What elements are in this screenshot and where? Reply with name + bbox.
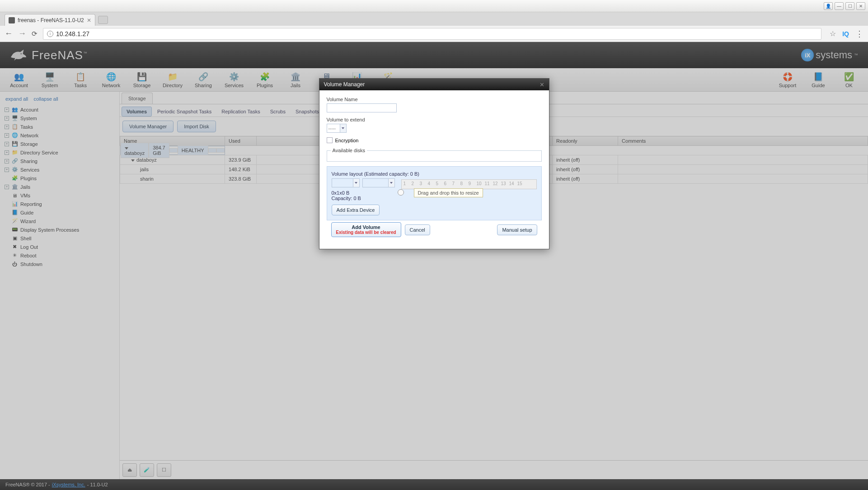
available-disks-fieldset: Available disks [327,148,542,162]
footer-link[interactable]: iXsystems, Inc. [52,482,85,487]
volume-extend-select[interactable]: ----- [327,124,347,133]
toolbar-account[interactable]: 👥Account [4,69,34,91]
expand-icon[interactable]: + [5,142,9,146]
subtab-replication-tasks[interactable]: Replication Tasks [217,107,264,116]
layout-type-select[interactable] [332,178,360,187]
sidebar-item-plugins[interactable]: 🧩Plugins [5,174,115,182]
table-row[interactable]: databoyz384.7 GiBHEALTHY [120,146,225,155]
layout-ruler[interactable]: 123456789101112131415 [401,179,537,189]
ixsystems-logo[interactable]: iX systems™ [801,49,858,61]
encryption-checkbox[interactable] [327,137,333,143]
expand-icon[interactable]: + [5,159,9,163]
ruler-tick: 3 [420,181,422,186]
sidebar-item-system[interactable]: +🖥️System [5,114,115,122]
sidebar-item-jails[interactable]: +🏛️Jails [5,182,115,191]
expand-icon[interactable]: + [5,125,9,129]
sidebar-item-label: Reboot [20,253,36,258]
toolbar-system[interactable]: 🖥️System [34,69,65,91]
toolbar-support[interactable]: 🛟Support [772,69,803,91]
cancel-button[interactable]: Cancel [405,224,430,235]
sidebar-item-shutdown[interactable]: ⏻Shutdown [5,260,115,268]
toolbar-jails[interactable]: 🏛️Jails [280,69,311,91]
expand-icon[interactable]: + [5,185,9,189]
iq-extension-icon[interactable]: IQ [842,30,849,37]
toolbar-plugins[interactable]: 🧩Plugins [249,69,280,91]
col-used[interactable]: Used [225,136,257,146]
caret-down-icon[interactable] [125,147,128,149]
cell-readonly: inherit (off) [553,155,618,165]
import-disk-button[interactable]: Import Disk [177,121,216,132]
expand-icon[interactable]: + [5,168,9,172]
site-info-icon[interactable]: i [47,31,53,37]
browser-menu-icon[interactable]: ⋮ [855,29,863,39]
expand-icon[interactable]: + [5,107,9,112]
volume-name-input[interactable] [327,103,397,112]
toolbar-sharing[interactable]: 🔗Sharing [188,69,219,91]
toolbar-directory[interactable]: 📁Directory [157,69,188,91]
sidebar-item-shell[interactable]: ▣Shell [5,234,115,243]
sidebar-item-display-system-processes[interactable]: 📟Display System Processes [5,225,115,234]
guide-icon: 📘 [11,210,18,215]
sidebar-item-guide[interactable]: 📘Guide [5,208,115,217]
toolbar-network[interactable]: 🌐Network [96,69,127,91]
dialog-close-icon[interactable]: ✕ [540,81,544,88]
shell-icon: ▣ [11,235,18,241]
sidebar-item-reporting[interactable]: 📊Reporting [5,200,115,208]
collapse-all-link[interactable]: collapse all [33,96,58,102]
maximize-button[interactable]: ☐ [845,2,854,10]
sidebar-item-log-out[interactable]: ✖Log Out [5,243,115,251]
expand-icon[interactable]: + [5,133,9,138]
tab-storage[interactable]: Storage [122,93,153,104]
user-icon[interactable]: 👤 [824,2,833,10]
reload-icon[interactable]: ⟳ [32,30,38,38]
sidebar-item-wizard[interactable]: 🪄Wizard [5,217,115,225]
subtab-volumes[interactable]: Volumes [122,107,152,117]
sidebar-item-sharing[interactable]: +🔗Sharing [5,157,115,165]
col-readonly[interactable]: Readonly [553,136,618,146]
sidebar-item-tasks[interactable]: +📋Tasks [5,122,115,131]
detach-volume-icon[interactable]: ⏏ [122,463,137,477]
sidebar-item-directory-service[interactable]: +📁Directory Service [5,148,115,157]
url-bar[interactable]: i 10.248.1.27 [43,28,821,40]
sidebar-item-network[interactable]: +🌐Network [5,131,115,140]
volume-options-icon[interactable]: ☐ [157,463,171,477]
expand-icon[interactable]: + [5,116,9,121]
add-extra-device-button[interactable]: Add Extra Device [332,205,380,215]
nav-forward-icon[interactable]: → [18,29,26,38]
dialog-title: Volume Manager [324,81,365,88]
volume-manager-button[interactable]: Volume Manager [122,121,174,132]
resize-handle-icon[interactable] [398,189,404,196]
new-tab-button[interactable] [98,16,108,24]
sidebar-item-label: Account [20,107,38,112]
col-comments[interactable]: Comments [618,136,868,146]
browser-tab[interactable]: freenas - FreeNAS-11.0-U2 ✕ [5,14,95,26]
sidebar-item-account[interactable]: +👥Account [5,105,115,114]
caret-down-icon[interactable] [131,159,135,162]
add-volume-button[interactable]: Add Volume Existing data will be cleared [331,222,401,237]
subtab-scrubs[interactable]: Scrubs [266,107,290,116]
layout-width-select[interactable] [362,178,395,187]
bookmark-star-icon[interactable]: ☆ [830,29,836,38]
subtab-periodic-snapshot-tasks[interactable]: Periodic Snapshot Tasks [153,107,216,116]
nav-back-icon[interactable]: ← [5,29,13,38]
expand-all-link[interactable]: expand all [5,96,28,102]
tab-close-icon[interactable]: ✕ [87,17,91,23]
sidebar-item-storage[interactable]: +💾Storage [5,140,115,148]
sidebar-item-reboot[interactable]: ✳Reboot [5,251,115,260]
sidebar-item-services[interactable]: +⚙️Services [5,165,115,174]
volume-manager-dialog: Volume Manager ✕ Volume Name Volume to e… [319,78,549,249]
minimize-button[interactable]: — [835,2,844,10]
volume-actions: ⏏ 🧪 ☐ [120,460,868,479]
dialog-header[interactable]: Volume Manager ✕ [319,79,549,90]
toolbar-storage[interactable]: 💾Storage [127,69,157,91]
close-window-button[interactable]: ✕ [856,2,865,10]
sharing-icon: 🔗 [11,158,18,164]
toolbar-ok[interactable]: ✅OK [834,69,864,91]
toolbar-tasks[interactable]: 📋Tasks [65,69,96,91]
manual-setup-button[interactable]: Manual setup [497,224,537,235]
sidebar-item-vms[interactable]: 🖥VMs [5,191,115,200]
toolbar-services[interactable]: ⚙️Services [219,69,249,91]
scrub-volume-icon[interactable]: 🧪 [140,463,154,477]
toolbar-guide[interactable]: 📘Guide [803,69,834,91]
expand-icon[interactable]: + [5,150,9,155]
